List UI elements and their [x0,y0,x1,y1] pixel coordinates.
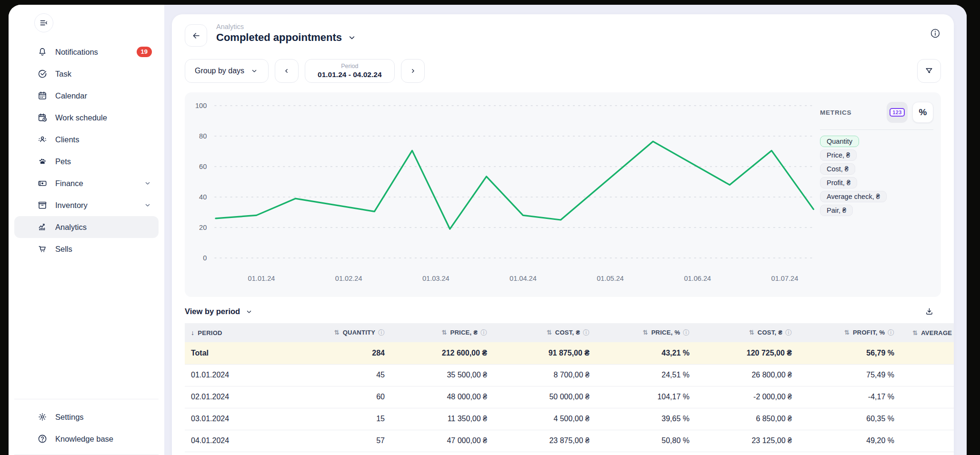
metric-chip-average-check[interactable]: Average check, ₴ [820,191,887,202]
sidebar-item-analytics[interactable]: Analytics [14,216,159,238]
value-cell: 6 850,00 ₴ [701,408,804,430]
title-dropdown-chevron-icon[interactable] [347,32,357,43]
column-header-average-c[interactable]: ⇅AVERAGE C [906,323,954,342]
sells-icon [37,244,48,254]
collapse-sidebar-button[interactable] [34,13,53,32]
svg-text:01.03.24: 01.03.24 [422,275,450,282]
sidebar-item-calendar[interactable]: Calendar [14,85,159,107]
info-icon[interactable]: ⓘ [378,329,385,336]
metrics-numbers-toggle[interactable]: 123 [887,102,908,123]
download-button[interactable] [924,307,934,317]
sidebar-item-pets[interactable]: Pets [14,150,159,172]
sort-icon[interactable]: ⇅ [547,329,552,336]
metric-chip-quantity[interactable]: Quantity [820,136,859,147]
collapse-sidebar-icon [39,18,49,28]
sort-icon[interactable]: ⇅ [912,329,918,336]
column-header-cost[interactable]: ⇅COST, ₴ⓘ [701,323,804,342]
value-cell: 120 725,00 ₴ [701,342,804,364]
settings-icon [37,412,48,422]
value-cell: 284 [328,342,397,364]
sort-icon[interactable]: ⇅ [844,329,850,336]
sidebar-item-settings[interactable]: Settings [14,406,159,428]
page-info-icon[interactable] [930,28,941,39]
column-header-price[interactable]: ⇅PRICE, ₴ⓘ [397,323,499,342]
value-cell: -2 000,00 ₴ [701,386,804,408]
chevron-down-icon [143,179,152,188]
view-by-row: View by period [185,307,941,317]
info-icon[interactable]: ⓘ [583,329,590,336]
sidebar-item-label: Clients [55,135,152,144]
inventory-icon [37,200,48,210]
sort-icon[interactable]: ↓ [191,329,194,336]
info-icon[interactable]: ⓘ [785,329,792,336]
column-header-profit[interactable]: ⇅PROFIT, %ⓘ [804,323,906,342]
value-cell: 47 000,00 ₴ [397,430,499,452]
metric-chip-cost[interactable]: Cost, ₴ [820,163,855,175]
column-header-quantity[interactable]: ⇅QUANTITYⓘ [328,323,397,342]
info-icon[interactable]: ⓘ [888,329,894,336]
metrics-divider [820,129,933,130]
sort-icon[interactable]: ⇅ [642,329,648,336]
column-label: QUANTITY [343,329,376,336]
period-cell: 01.01.2024 [185,364,328,386]
svg-text:0: 0 [203,254,207,262]
table-total-row: Total284212 600,00 ₴91 875,00 ₴43,21 %12… [185,342,954,364]
column-header-price[interactable]: ⇅PRICE, %ⓘ [601,323,701,342]
sidebar-item-knowledge-base[interactable]: Knowledge base [14,428,159,450]
sidebar-item-label: Analytics [55,223,152,232]
value-cell: 60,35 % [804,408,906,430]
svg-text:100: 100 [195,102,207,109]
sidebar-item-notifications[interactable]: Notifications19 [14,41,159,63]
sidebar-item-task[interactable]: Task [14,63,159,85]
table-row: 01.01.20244535 500,00 ₴8 700,00 ₴24,51 %… [185,364,954,386]
svg-text:60: 60 [199,163,207,170]
sidebar-item-finance[interactable]: Finance [14,172,159,194]
sort-icon[interactable]: ⇅ [334,329,340,336]
group-by-dropdown[interactable]: Group by days [185,59,269,83]
column-label: AVERAGE C [921,329,954,336]
view-by-dropdown[interactable]: View by period [185,307,253,316]
download-icon [924,307,934,317]
table-body: Total284212 600,00 ₴91 875,00 ₴43,21 %12… [185,342,954,452]
breadcrumb: Analytics [216,23,357,30]
metric-chip-pair[interactable]: Pair, ₴ [820,205,853,216]
sort-icon[interactable]: ⇅ [749,329,754,336]
sidebar-item-clients[interactable]: Clients [14,129,159,150]
table-row: 02.01.20246048 000,00 ₴50 000,00 ₴104,17… [185,386,954,408]
previous-period-button[interactable] [275,59,299,83]
next-period-button[interactable] [401,59,425,83]
metrics-percent-toggle[interactable]: % [912,102,933,123]
info-icon[interactable]: ⓘ [683,329,690,336]
period-cell: 02.01.2024 [185,386,328,408]
period-value: 01.01.24 - 04.02.24 [318,70,381,79]
value-cell [906,386,954,408]
value-cell: 11 350,00 ₴ [397,408,499,430]
metrics-panel: METRICS 123 % QuantityPrice, ₴Cost, ₴Pro… [820,102,933,216]
sort-icon[interactable]: ⇅ [441,329,447,336]
metrics-title: METRICS [820,109,851,116]
metric-chip-price[interactable]: Price, ₴ [820,149,857,161]
column-label: PROFIT, % [853,329,885,336]
metric-chip-profit[interactable]: Profit, ₴ [820,177,857,188]
pets-icon [37,156,48,167]
table-scroll-area[interactable]: ↓PERIOD⇅QUANTITYⓘ⇅PRICE, ₴ⓘ⇅COST, ₴ⓘ⇅PRI… [185,323,954,452]
info-icon[interactable]: ⓘ [480,329,487,336]
value-cell: 75,49 % [804,364,906,386]
sidebar-item-label: Sells [55,245,152,254]
column-header-cost[interactable]: ⇅COST, ₴ⓘ [499,323,601,342]
sidebar-item-sells[interactable]: Sells [14,238,159,260]
svg-text:01.07.24: 01.07.24 [771,275,799,282]
value-cell: 23 875,00 ₴ [499,430,601,452]
column-label: PERIOD [198,329,222,336]
back-button[interactable] [185,24,207,47]
sidebar-item-work-schedule[interactable]: Work schedule [14,107,159,129]
filter-button[interactable] [917,59,941,83]
column-header-period[interactable]: ↓PERIOD [185,323,328,342]
value-cell: 91 875,00 ₴ [499,342,601,364]
period-selector[interactable]: Period 01.01.24 - 04.02.24 [305,59,394,83]
chevron-down-icon [245,307,253,316]
sidebar-item-inventory[interactable]: Inventory [14,194,159,216]
group-by-label: Group by days [195,67,244,75]
table-row: 03.01.20241511 350,00 ₴4 500,00 ₴39,65 %… [185,408,954,430]
notifications-icon [37,47,48,57]
